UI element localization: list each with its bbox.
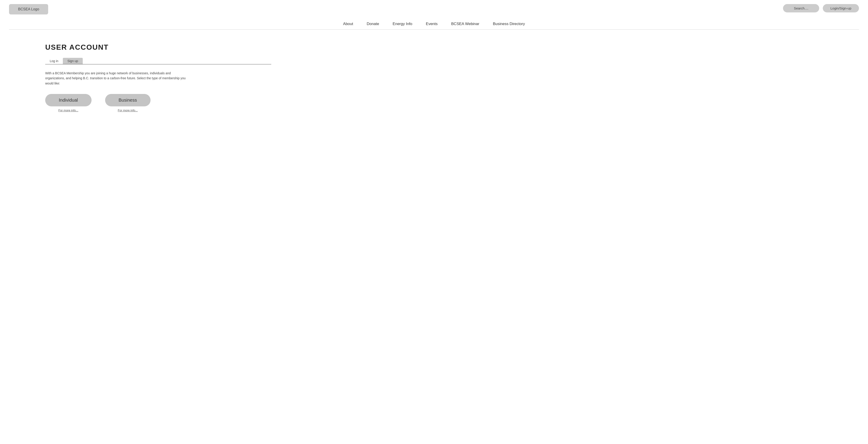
nav-item-about[interactable]: About [343, 22, 353, 26]
tab-signup[interactable]: Sign up [63, 58, 83, 64]
login-signup-button[interactable]: Login/Sign-up [823, 4, 859, 12]
business-more-info-link[interactable]: For more info... [118, 109, 138, 112]
individual-option: Individual For more info... [45, 94, 92, 112]
account-tabs: Log in Sign up [45, 58, 307, 64]
individual-button[interactable]: Individual [45, 94, 92, 106]
logo[interactable]: BCSEA Logo [9, 4, 48, 14]
business-option: Business For more info... [105, 94, 151, 112]
business-button[interactable]: Business [105, 94, 151, 106]
header: BCSEA Logo Search.... Login/Sign-up [0, 0, 868, 14]
tab-login[interactable]: Log in [45, 58, 63, 64]
nav-item-business-directory[interactable]: Business Directory [493, 22, 525, 26]
header-actions: Search.... Login/Sign-up [783, 4, 859, 12]
nav-item-events[interactable]: Events [426, 22, 438, 26]
membership-options: Individual For more info... Business For… [45, 94, 307, 112]
page-title: USER ACCOUNT [45, 43, 307, 52]
main-content: USER ACCOUNT Log in Sign up With a BCSEA… [0, 30, 316, 121]
membership-description: With a BCSEA Membership you are joining … [45, 71, 190, 86]
nav-item-bcsea-webinar[interactable]: BCSEA Webinar [451, 22, 479, 26]
nav-bar: About Donate Energy Info Events BCSEA We… [0, 18, 868, 29]
nav-item-donate[interactable]: Donate [367, 22, 379, 26]
search-button[interactable]: Search.... [783, 4, 819, 12]
nav-item-energy-info[interactable]: Energy Info [393, 22, 412, 26]
individual-more-info-link[interactable]: For more info... [58, 109, 78, 112]
